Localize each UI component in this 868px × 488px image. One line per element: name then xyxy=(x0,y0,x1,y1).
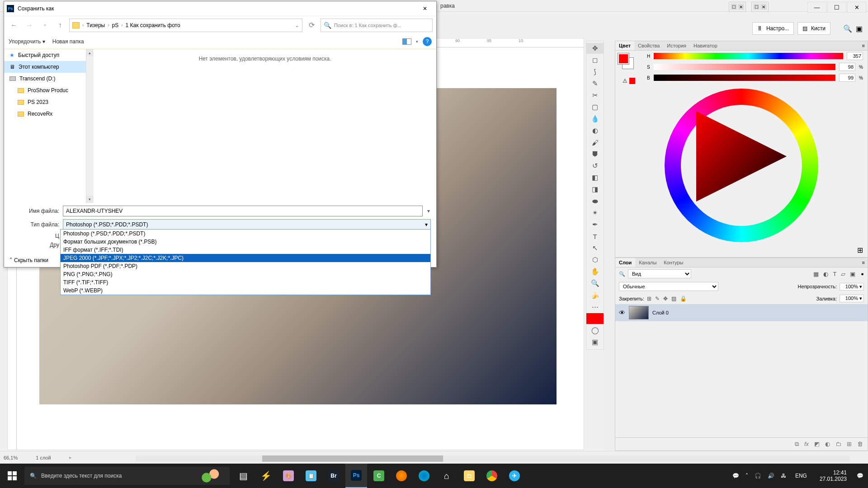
tray-clock[interactable]: 12:41 27.01.2023 xyxy=(816,469,850,483)
doc-info[interactable]: 1 слой xyxy=(36,455,51,460)
panel-menu-icon[interactable]: ≡ xyxy=(859,41,868,50)
floating-panel-tab-2[interactable]: ☐ ✕ xyxy=(751,2,769,12)
expand-picker-icon[interactable]: ⊞ xyxy=(857,246,863,254)
brushes-panel-button[interactable]: ▤ Кисти xyxy=(797,22,830,35)
sat-slider[interactable] xyxy=(654,64,835,70)
search-icon[interactable]: 🔍 xyxy=(843,24,852,33)
sidebar-folder-proshow[interactable]: ProShow Produc xyxy=(4,84,93,96)
gradient-tool-icon[interactable]: ◨ xyxy=(586,184,604,195)
tab-layers[interactable]: Слои xyxy=(615,258,635,267)
eraser-tool-icon[interactable]: ◧ xyxy=(586,172,604,183)
opacity-input[interactable]: 100% ▾ xyxy=(840,283,864,291)
clone-stamp-tool-icon[interactable]: ⛊ xyxy=(586,149,604,160)
taskbar-chrome[interactable] xyxy=(481,464,503,488)
menu-edit-partial[interactable]: равка xyxy=(437,3,458,9)
layer-filter-kind[interactable]: Вид xyxy=(628,269,691,278)
settings-panel-button[interactable]: 🎚 Настро... xyxy=(752,22,794,35)
filter-smart-icon[interactable]: ▣ xyxy=(850,271,855,277)
hide-folders-toggle[interactable]: ˄ Скрыть папки xyxy=(9,257,48,263)
filetype-option[interactable]: Photoshop (*.PSD;*.PDD;*.PSDT) xyxy=(61,230,430,238)
quick-mask-icon[interactable]: ◯ xyxy=(586,325,604,336)
blur-tool-icon[interactable]: ⬬ xyxy=(586,196,604,206)
scroll-down-icon[interactable]: ▾ xyxy=(86,196,93,203)
filter-shape-icon[interactable]: ▱ xyxy=(841,271,845,277)
object-select-tool-icon[interactable]: ✎ xyxy=(586,78,604,89)
taskbar-search[interactable]: 🔍 Введите здесь текст для поиска xyxy=(24,467,230,485)
filter-pixel-icon[interactable]: ▦ xyxy=(813,271,819,277)
filetype-combobox[interactable]: Photoshop (*.PSD;*.PDD;*.PSDT) ▾ xyxy=(63,219,431,230)
layer-group-icon[interactable]: 🗀 xyxy=(835,441,841,448)
maximize-button[interactable]: ☐ xyxy=(827,2,846,13)
foreground-color-icon[interactable] xyxy=(618,53,629,64)
minimize-button[interactable]: — xyxy=(807,2,826,13)
dialog-close-button[interactable]: ✕ xyxy=(416,2,434,15)
nav-back-button[interactable]: ← xyxy=(8,19,20,32)
gamut-warning-icon[interactable]: ⚠ xyxy=(623,78,627,84)
filter-kind-icon[interactable]: 🔍 xyxy=(619,271,625,277)
screen-mode-icon[interactable]: ▣ xyxy=(586,337,604,347)
zoom-level[interactable]: 66,1% xyxy=(4,455,18,460)
eyedropper-tool-icon[interactable]: 💧 xyxy=(586,113,604,124)
layer-name[interactable]: Слой 0 xyxy=(652,310,669,315)
taskbar-telegram[interactable]: ✈ xyxy=(504,464,525,488)
pen-tool-icon[interactable]: ✒ xyxy=(586,219,604,230)
taskbar-app-1[interactable]: ⚡ xyxy=(255,464,277,488)
filter-type-icon[interactable]: T xyxy=(833,271,836,277)
link-layers-icon[interactable]: ⧉ xyxy=(795,441,799,448)
hue-slider[interactable] xyxy=(654,53,843,59)
new-folder-button[interactable]: Новая папка xyxy=(52,38,84,45)
sidebar-quick-access[interactable]: ★ Быстрый доступ xyxy=(4,49,93,61)
sat-input[interactable] xyxy=(839,63,855,71)
sidebar-this-pc[interactable]: 🖥 Этот компьютер xyxy=(4,61,93,73)
tray-overflow-icon[interactable]: ˄ xyxy=(745,473,748,479)
type-tool-icon[interactable]: T xyxy=(586,231,604,242)
gamut-color-swatch[interactable] xyxy=(629,78,635,84)
collapsed-panel-strip[interactable] xyxy=(604,41,615,451)
floating-panel-tab-1[interactable]: ☐ ✕ xyxy=(729,2,746,12)
tab-navigator[interactable]: Навигатор xyxy=(690,41,721,50)
hand-tool-icon[interactable]: ✋ xyxy=(586,266,604,277)
fill-input[interactable]: 100% ▾ xyxy=(840,295,864,302)
banana-icon[interactable]: 🍌 xyxy=(586,290,604,300)
filetype-option[interactable]: PNG (*.PNG;*.PNG) xyxy=(61,270,430,278)
foreground-color-swatch[interactable] xyxy=(586,313,604,324)
edit-toolbar-icon[interactable]: ⋯ xyxy=(586,301,604,312)
lock-artboard-icon[interactable]: ▨ xyxy=(671,296,676,302)
tab-history[interactable]: История xyxy=(663,41,690,50)
adjustment-layer-icon[interactable]: ◐ xyxy=(825,441,830,448)
layer-mask-icon[interactable]: ◩ xyxy=(814,441,820,448)
tray-headset-icon[interactable]: 🎧 xyxy=(755,473,761,479)
panel-close-icon[interactable]: ✕ xyxy=(760,4,767,10)
filetype-option[interactable]: JPEG 2000 (*.JPF;*.JPX;*.JP2;*.J2C;*.J2K… xyxy=(61,254,430,262)
layer-row[interactable]: 👁 Слой 0 xyxy=(615,304,868,321)
filetype-option[interactable]: TIFF (*.TIF;*.TIFF) xyxy=(61,278,430,286)
lock-position-icon[interactable]: ✥ xyxy=(663,296,668,302)
search-input[interactable]: Поиск в: 1 Как сохранить ф... xyxy=(321,19,433,32)
filetype-option[interactable]: Формат больших документов (*.PSB) xyxy=(61,238,430,246)
sidebar-folder-ps2023[interactable]: PS 2023 xyxy=(4,96,93,108)
refresh-button[interactable]: ⟳ xyxy=(305,19,318,32)
close-button[interactable]: ✕ xyxy=(847,2,866,13)
brush-tool-icon[interactable]: 🖌 xyxy=(586,137,604,148)
panel-close-icon[interactable]: ✕ xyxy=(738,4,744,10)
filetype-option[interactable]: WebP (*.WEBP) xyxy=(61,286,430,295)
filename-dropdown-icon[interactable]: ▾ xyxy=(426,208,431,214)
taskbar-app-9[interactable]: ⌂ xyxy=(436,464,458,488)
layer-fx-icon[interactable]: fx xyxy=(804,441,809,448)
taskbar-app-3[interactable]: 📋 xyxy=(300,464,322,488)
address-bar[interactable]: › Тизеры › pS › 1 Как сохранить фото ⌄ xyxy=(69,19,302,32)
taskbar-app-2[interactable]: 🎨 xyxy=(278,464,299,488)
view-dropdown-icon[interactable]: ▾ xyxy=(416,39,418,44)
bri-slider[interactable] xyxy=(654,75,835,81)
lock-transparent-icon[interactable]: ⊞ xyxy=(647,296,651,302)
dodge-tool-icon[interactable]: ✴ xyxy=(586,207,604,218)
shape-tool-icon[interactable]: ⬡ xyxy=(586,254,604,265)
nav-recent-button[interactable]: ▾ xyxy=(38,19,51,32)
taskbar-camtasia[interactable]: C xyxy=(368,464,390,488)
blend-mode-select[interactable]: Обычные xyxy=(619,282,718,291)
scroll-up-icon[interactable]: ▴ xyxy=(86,49,93,56)
tab-paths[interactable]: Контуры xyxy=(660,258,687,267)
bri-input[interactable] xyxy=(839,74,855,82)
zoom-tool-icon[interactable]: 🔍 xyxy=(586,278,604,289)
sidebar-drive-d[interactable]: Transcend (D:) xyxy=(4,73,93,84)
